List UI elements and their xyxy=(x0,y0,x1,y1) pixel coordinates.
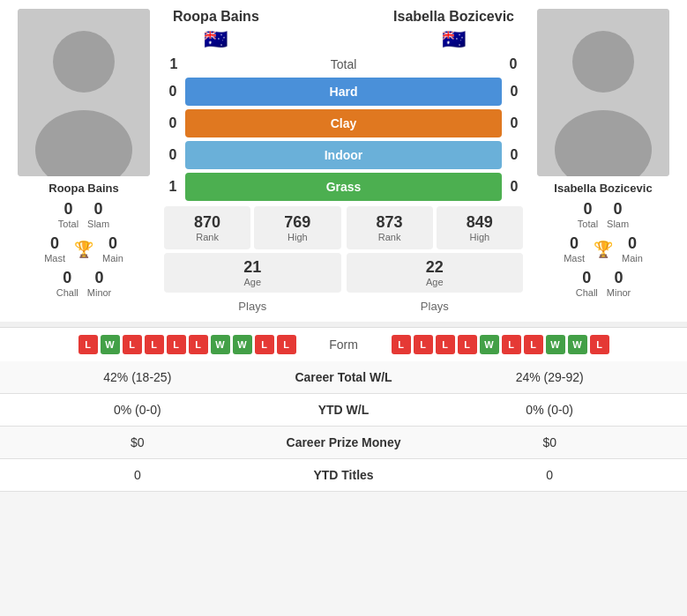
right-stats-row-1: 0 Total 0 Slam xyxy=(578,200,629,229)
table-row: 0% (0-0) YTD W/L 0% (0-0) xyxy=(0,394,687,427)
left-player-area: Roopa Bains 0 Total 0 Slam 0 Mast 🏆 xyxy=(9,9,159,313)
center-area: Roopa Bains 🇦🇺 Isabella Bozicevic 🇦🇺 1 T… xyxy=(164,9,523,313)
form-row: LWLLLLWWLL Form LLLLWLLWWL xyxy=(9,335,678,354)
stat-mid-label: Career Total W/L xyxy=(275,361,413,394)
right-flag-icon: 🇦🇺 xyxy=(442,28,466,51)
left-minor-stat: 0 Minor xyxy=(87,269,112,298)
right-age-val: 22 xyxy=(352,258,519,277)
left-age-lbl: Age xyxy=(169,277,336,287)
indoor-right-score: 0 xyxy=(505,147,523,163)
stats-table: 42% (18-25) Career Total W/L 24% (29-92)… xyxy=(0,361,687,492)
right-main-value: 0 xyxy=(622,234,643,253)
form-badge-left: L xyxy=(123,335,142,354)
form-badge-right: L xyxy=(436,335,455,354)
right-high-val: 849 xyxy=(440,213,519,232)
left-trophy-row: 0 Mast 🏆 0 Main xyxy=(44,234,123,263)
right-name-flag: Isabella Bozicevic 🇦🇺 xyxy=(393,9,514,51)
left-mast-label: Mast xyxy=(44,253,65,263)
clay-right-score: 0 xyxy=(505,115,523,131)
stat-right-val: 0% (0-0) xyxy=(412,394,687,427)
stat-mid-label: YTD Titles xyxy=(275,459,413,492)
right-high-box: 849 High xyxy=(437,206,523,249)
right-mast-value: 0 xyxy=(564,234,585,253)
left-name-flag: Roopa Bains 🇦🇺 xyxy=(173,9,259,51)
right-minor-value: 0 xyxy=(607,269,631,287)
stat-right-val: 24% (29-92) xyxy=(412,361,687,394)
table-row: $0 Career Prize Money $0 xyxy=(0,427,687,459)
top-section: Roopa Bains 0 Total 0 Slam 0 Mast 🏆 xyxy=(0,0,687,322)
surface-row-clay: 0 Clay 0 xyxy=(164,109,523,137)
form-badge-left: L xyxy=(255,335,274,354)
right-slam-value: 0 xyxy=(607,200,629,219)
right-chall-stat: 0 Chall xyxy=(576,269,598,298)
right-slam-stat: 0 Slam xyxy=(607,200,629,229)
right-minor-stat: 0 Minor xyxy=(607,269,631,298)
right-total-value: 0 xyxy=(578,200,598,219)
right-total-surface-score: 0 xyxy=(504,56,523,72)
form-badges-left: LWLLLLWWLL xyxy=(9,335,296,354)
form-badge-right: L xyxy=(414,335,433,354)
right-rank-box: 873 Rank xyxy=(347,206,433,249)
surface-btn-indoor: Indoor xyxy=(185,141,502,169)
right-high-lbl: High xyxy=(440,232,519,242)
left-player-name: Roopa Bains xyxy=(49,182,118,195)
left-rank-lbl: Rank xyxy=(168,232,247,242)
stat-mid-label: Career Prize Money xyxy=(275,427,413,459)
left-slam-value: 0 xyxy=(87,200,109,219)
right-chall-value: 0 xyxy=(576,269,598,287)
left-trophy-icon: 🏆 xyxy=(74,240,93,259)
indoor-left-score: 0 xyxy=(164,147,182,163)
stat-mid-label: YTD W/L xyxy=(275,394,413,427)
names-flags-row: Roopa Bains 🇦🇺 Isabella Bozicevic 🇦🇺 xyxy=(164,9,523,51)
surface-area: 1 Total 0 0 Hard 0 0 Clay 0 0 xyxy=(164,56,523,201)
total-row: 1 Total 0 xyxy=(164,56,523,72)
form-badge-right: L xyxy=(590,335,609,354)
form-badge-right: L xyxy=(524,335,543,354)
left-slam-label: Slam xyxy=(87,219,109,229)
right-rank-lbl: Rank xyxy=(350,232,429,242)
right-total-label: Total xyxy=(578,219,598,229)
left-total-label: Total xyxy=(58,219,78,229)
left-total-value: 0 xyxy=(58,200,78,219)
surface-btn-clay: Clay xyxy=(185,109,502,137)
form-badge-right: L xyxy=(458,335,477,354)
right-trophy-icon: 🏆 xyxy=(594,240,613,259)
left-chall-value: 0 xyxy=(56,269,78,287)
hard-left-score: 0 xyxy=(164,84,182,100)
left-chall-label: Chall xyxy=(56,287,78,298)
form-badge-left: W xyxy=(101,335,120,354)
svg-point-4 xyxy=(572,31,634,93)
left-slam-stat: 0 Slam xyxy=(87,200,109,229)
clay-left-score: 0 xyxy=(164,115,182,131)
left-high-val: 769 xyxy=(258,213,337,232)
left-minor-value: 0 xyxy=(87,269,112,287)
left-high-lbl: High xyxy=(258,232,337,242)
grass-right-score: 0 xyxy=(505,179,523,195)
form-badge-left: W xyxy=(211,335,230,354)
right-center-stats: 873 Rank 849 High 22 Age Plays xyxy=(347,206,524,313)
left-mast-stat: 0 Mast xyxy=(44,234,65,263)
right-player-avatar xyxy=(537,9,669,176)
form-badge-left: L xyxy=(189,335,208,354)
table-row: 0 YTD Titles 0 xyxy=(0,459,687,492)
right-chall-label: Chall xyxy=(576,287,598,298)
left-center-stats: 870 Rank 769 High 21 Age Plays xyxy=(164,206,341,313)
form-label: Form xyxy=(300,338,388,352)
left-minor-label: Minor xyxy=(87,287,112,298)
form-badges-right: LLLLWLLWWL xyxy=(392,335,679,354)
left-rank-high-boxes: 870 Rank 769 High xyxy=(164,206,341,249)
grass-left-score: 1 xyxy=(164,179,182,195)
left-flag-icon: 🇦🇺 xyxy=(204,28,228,51)
left-name-header: Roopa Bains xyxy=(173,9,259,25)
total-label: Total xyxy=(187,57,500,71)
left-age-val: 21 xyxy=(169,258,336,277)
form-badge-right: W xyxy=(568,335,587,354)
right-age-lbl: Age xyxy=(352,277,519,287)
right-main-stat: 0 Main xyxy=(622,234,643,263)
form-section: LWLLLLWWLL Form LLLLWLLWWL xyxy=(0,327,687,361)
left-main-stat: 0 Main xyxy=(102,234,123,263)
right-age-box: 22 Age xyxy=(347,253,524,293)
stat-left-val: 0 xyxy=(0,459,275,492)
left-main-value: 0 xyxy=(102,234,123,253)
surface-btn-hard: Hard xyxy=(185,78,502,106)
